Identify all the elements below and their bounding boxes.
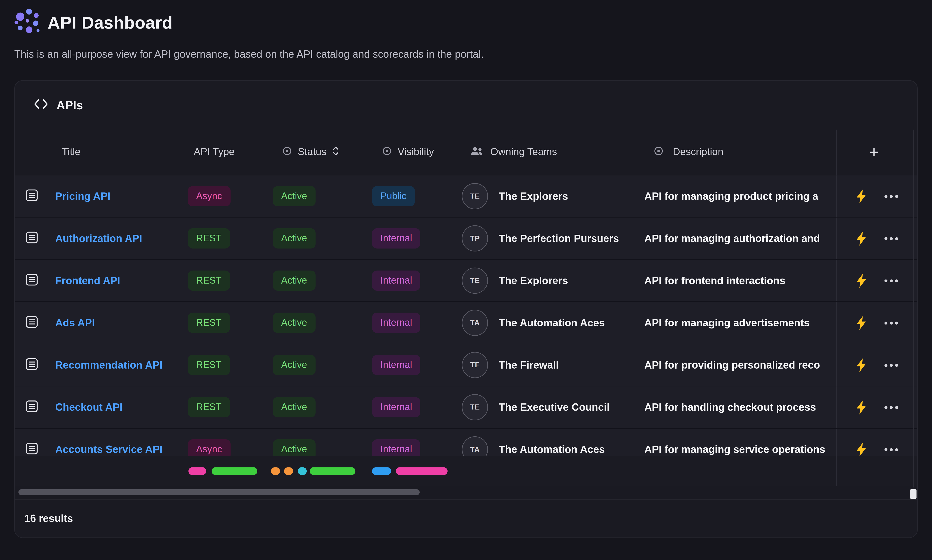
description-text: API for managing advertisements [644, 317, 810, 328]
lightning-action-button[interactable] [855, 273, 867, 288]
team-avatar: TE [462, 394, 488, 420]
column-label-title: Title [62, 146, 80, 158]
status-badge: Active [273, 313, 315, 333]
loading-skeleton-band [15, 456, 917, 486]
column-header-api-type[interactable]: API Type [179, 129, 265, 175]
description-text: API for managing product pricing a [644, 190, 818, 202]
skeleton-pill [372, 467, 391, 475]
pinned-column-divider [836, 456, 837, 486]
skeleton-pill [310, 467, 355, 475]
visibility-badge: Internal [372, 355, 420, 375]
column-header-title[interactable]: Title [48, 129, 179, 175]
visibility-badge: Internal [372, 271, 420, 291]
circle-dot-icon [382, 146, 392, 158]
team-name: The Automation Aces [499, 317, 605, 329]
table-header-row: Title API Type Status [15, 129, 917, 175]
api-title-link[interactable]: Pricing API [55, 190, 111, 202]
table-row: Recommendation API REST Active Internal … [15, 344, 917, 386]
skeleton-pill [189, 467, 206, 475]
lightning-action-button[interactable] [855, 315, 867, 330]
lightning-action-button[interactable] [855, 400, 867, 415]
column-header-owning-teams[interactable]: Owning Teams [454, 129, 638, 175]
visibility-badge: Public [372, 186, 415, 206]
sort-chevrons-icon[interactable] [332, 145, 340, 160]
panel-header: APIs [15, 81, 917, 129]
entity-list-icon [25, 400, 38, 415]
visibility-badge: Internal [372, 228, 420, 248]
skeleton-pill [284, 467, 293, 475]
api-type-badge: REST [188, 397, 230, 417]
column-label-description: Description [673, 146, 723, 158]
team-avatar: TE [462, 183, 488, 209]
column-label-status: Status [298, 146, 326, 158]
skeleton-pill [271, 467, 280, 475]
team-name: The Explorers [499, 274, 568, 287]
column-label-api-type: API Type [194, 146, 234, 158]
status-badge: Active [273, 186, 315, 206]
team-name: The Firewall [499, 359, 559, 371]
row-menu-button[interactable] [883, 275, 899, 286]
table-row: Checkout API REST Active Internal TEThe … [15, 386, 917, 429]
status-badge: Active [273, 397, 315, 417]
row-menu-button[interactable] [883, 318, 899, 328]
column-label-owning-teams: Owning Teams [491, 146, 557, 158]
row-menu-button[interactable] [883, 445, 899, 454]
api-type-badge: Async [188, 440, 231, 456]
people-icon [470, 146, 483, 158]
column-header-visibility[interactable]: Visibility [364, 129, 454, 175]
api-type-badge: REST [188, 271, 230, 291]
lightning-action-button[interactable] [855, 189, 867, 204]
description-text: API for handling checkout process [644, 401, 816, 413]
entity-list-icon [25, 442, 38, 456]
vertical-scrollbar-track [913, 129, 914, 488]
table-row: Authorization API REST Active Internal T… [15, 218, 917, 260]
api-title-link[interactable]: Accounts Service API [55, 443, 162, 455]
table-row: Pricing API Async Active Public TEThe Ex… [15, 175, 917, 218]
circle-dot-icon [654, 146, 663, 158]
description-text: API for frontend interactions [644, 274, 785, 286]
team-name: The Automation Aces [499, 443, 605, 455]
lightning-action-button[interactable] [855, 231, 867, 246]
status-badge: Active [273, 228, 315, 248]
table-footer: 16 results [15, 499, 917, 537]
vertical-scrollbar-thumb[interactable] [910, 489, 917, 499]
results-count: 16 results [25, 512, 73, 525]
column-header-description[interactable]: Description [638, 129, 836, 175]
team-avatar: TP [462, 225, 488, 251]
status-badge: Active [273, 440, 315, 456]
add-column-button[interactable]: + [869, 144, 879, 160]
column-label-visibility: Visibility [398, 146, 434, 158]
api-title-link[interactable]: Checkout API [55, 401, 122, 413]
api-type-badge: REST [188, 228, 230, 248]
entity-list-icon [25, 358, 38, 372]
skeleton-pill [396, 467, 448, 475]
table-row: Frontend API REST Active Internal TEThe … [15, 260, 917, 302]
status-badge: Active [273, 355, 315, 375]
row-menu-button[interactable] [883, 360, 899, 370]
code-brackets-icon [34, 98, 48, 112]
row-menu-button[interactable] [883, 402, 899, 412]
skeleton-pill [298, 467, 307, 475]
apis-panel: APIs Title API Type Sta [14, 80, 918, 538]
entity-list-icon [25, 189, 38, 204]
api-title-link[interactable]: Frontend API [55, 274, 120, 286]
column-header-status[interactable]: Status [265, 129, 364, 175]
row-menu-button[interactable] [883, 234, 899, 243]
entity-list-icon [25, 315, 38, 330]
row-menu-button[interactable] [883, 191, 899, 201]
api-type-badge: REST [188, 313, 230, 333]
visibility-badge: Internal [372, 313, 420, 333]
lightning-action-button[interactable] [855, 358, 867, 372]
lightning-action-button[interactable] [855, 442, 867, 456]
team-name: The Executive Council [499, 401, 610, 413]
team-avatar: TF [462, 352, 488, 378]
screen: API Dashboard This is an all-purpose vie… [0, 0, 932, 560]
horizontal-scrollbar-thumb[interactable] [18, 489, 420, 495]
visibility-badge: Internal [372, 397, 420, 417]
page-subtitle: This is an all-purpose view for API gove… [14, 46, 537, 62]
api-title-link[interactable]: Recommendation API [55, 359, 162, 371]
visibility-badge: Internal [372, 440, 420, 456]
api-title-link[interactable]: Authorization API [55, 232, 142, 244]
api-title-link[interactable]: Ads API [55, 317, 95, 328]
description-text: API for providing personalized reco [644, 359, 820, 371]
